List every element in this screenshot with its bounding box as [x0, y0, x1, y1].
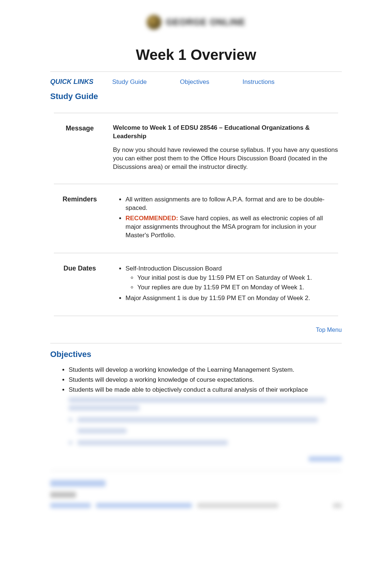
study-guide-table: Message Welcome to Week 1 of EDSU 28546 …: [50, 108, 342, 322]
message-body: By now you should have reviewed the cour…: [113, 146, 338, 171]
quick-links-label: QUICK LINKS: [50, 77, 106, 86]
quick-link-instructions[interactable]: Instructions: [243, 78, 275, 86]
recommended-label: RECOMMENDED:: [125, 215, 178, 222]
table-row: Message Welcome to Week 1 of EDSU 28546 …: [50, 119, 342, 179]
top-menu-link[interactable]: Top Menu: [316, 327, 342, 333]
divider: [50, 343, 342, 344]
quick-links-row: QUICK LINKS Study Guide Objectives Instr…: [50, 77, 342, 86]
list-item: RECOMMENDED: Save hard copies, as well a…: [125, 214, 338, 240]
quick-link-study-guide[interactable]: Study Guide: [112, 78, 147, 86]
page-title: Week 1 Overview: [50, 45, 342, 65]
row-label-due-dates: Due Dates: [50, 259, 109, 311]
list-sub-item: Your initial post is due by 11:59 PM ET …: [137, 274, 338, 282]
row-label-reminders: Reminders: [50, 190, 109, 248]
objectives-list: Students will develop a working knowledg…: [50, 366, 342, 394]
table-row: Reminders All written assignments are to…: [50, 190, 342, 248]
list-item: Students will develop a working knowledg…: [69, 376, 342, 384]
welcome-line: Welcome to Week 1 of EDSU 28546 – Educat…: [113, 124, 338, 141]
list-item: All written assignments are to follow A.…: [125, 195, 338, 212]
study-guide-heading: Study Guide: [50, 91, 342, 102]
due-item-title: Self-Introduction Discussion Board: [125, 265, 222, 272]
divider: [50, 71, 342, 72]
institution-logo: GEORGE ONLINE: [50, 15, 342, 32]
blurred-preview-region: [50, 397, 342, 508]
objectives-heading: Objectives: [50, 349, 342, 360]
logo-seal-icon: [147, 15, 161, 30]
logo-text: GEORGE ONLINE: [166, 16, 245, 28]
list-item: Self-Introduction Discussion Board Your …: [125, 265, 338, 292]
list-item: Students will develop a working knowledg…: [69, 366, 342, 374]
list-item: Students will be made able to objectivel…: [69, 386, 342, 394]
list-item: Major Assignment 1 is due by 11:59 PM ET…: [125, 294, 338, 303]
list-sub-item: Your replies are due by 11:59 PM ET on M…: [137, 283, 338, 292]
quick-link-objectives[interactable]: Objectives: [180, 78, 209, 86]
row-label-message: Message: [50, 119, 109, 179]
table-row: Due Dates Self-Introduction Discussion B…: [50, 259, 342, 311]
